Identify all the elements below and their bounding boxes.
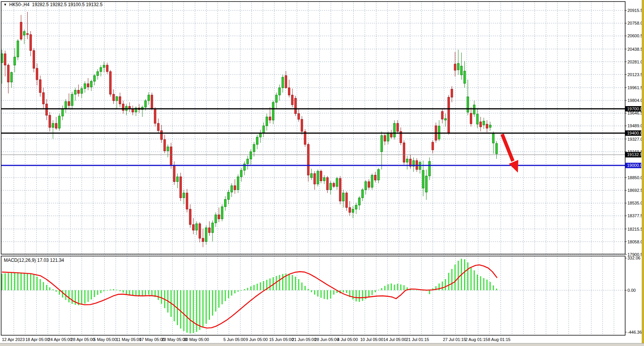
candle-body: [444, 118, 446, 120]
date-label: 27 Jul 01:15: [443, 337, 466, 342]
price-tick-label: 18850.0: [627, 175, 643, 180]
candle-body: [231, 186, 233, 192]
candle-body: [260, 133, 261, 137]
candle-body: [189, 209, 191, 225]
candle-body: [17, 41, 19, 57]
candle-body: [451, 89, 453, 97]
candle-body: [211, 223, 213, 233]
candle-body: [225, 200, 226, 207]
date-label: 5 Jun 05:00: [223, 337, 246, 342]
candle-body: [266, 117, 268, 126]
candle-body: [461, 66, 463, 75]
candle-body: [486, 124, 488, 128]
candle-body: [20, 22, 22, 39]
candle-body: [275, 95, 277, 102]
date-label: 30 May 05:00: [183, 337, 209, 342]
price-tick-label: 18535.0: [627, 201, 643, 205]
candle-body: [343, 193, 344, 201]
candle-body: [301, 119, 303, 131]
candle-body: [269, 117, 271, 120]
price-tag-value: 19400.0: [627, 131, 642, 135]
candle-body: [14, 57, 16, 65]
date-label: 11 May 05:00: [116, 337, 141, 342]
price-tick-label: 19489.0: [627, 123, 643, 128]
candle-body: [237, 177, 239, 190]
date-label: 12 Apr 2023: [2, 337, 25, 342]
candle-body: [218, 215, 220, 219]
candle-body: [368, 181, 370, 187]
candle-body: [422, 170, 424, 188]
candle-body: [358, 198, 360, 205]
price-tick-label: 18058.0: [627, 240, 643, 244]
date-label: 17 May 05:00: [139, 337, 165, 342]
candle-body: [470, 113, 472, 124]
candle-body: [336, 178, 338, 186]
candle-body: [256, 137, 258, 145]
candle-body: [361, 190, 363, 198]
candle-body: [454, 64, 456, 70]
candle-body: [253, 145, 255, 152]
candle-body: [116, 96, 118, 101]
chart-canvas[interactable]: 20915.520758.020600.520438.520281.020123…: [0, 0, 644, 346]
date-label: 5 May 05:00: [93, 337, 117, 342]
candle-body: [403, 143, 405, 162]
candle-body: [346, 193, 348, 208]
price-tick-label: 18692.5: [627, 188, 643, 193]
candle-body: [176, 177, 178, 182]
date-label: 21 Jul 01:15: [406, 337, 429, 342]
price-tick-label: 20438.5: [627, 47, 643, 52]
candle-body: [84, 84, 86, 89]
candle-body: [10, 72, 12, 82]
candle-body: [221, 207, 223, 219]
candle-body: [339, 178, 341, 201]
window-right-edge: [642, 0, 644, 346]
candle-body: [329, 183, 331, 190]
date-label: 21 Jun 05:00: [292, 337, 316, 342]
candle-body: [448, 97, 450, 133]
candle-body: [199, 224, 201, 238]
candle-body: [157, 123, 159, 131]
candle-body: [243, 164, 245, 170]
candle-body: [352, 209, 354, 212]
candle-body: [483, 121, 485, 125]
candle-body: [90, 81, 92, 87]
candle-body: [496, 143, 498, 154]
candle-body: [33, 50, 35, 68]
price-tick-label: 18377.5: [627, 213, 643, 218]
candle-body: [151, 95, 153, 109]
candle-body: [4, 54, 6, 65]
candle-body: [480, 122, 482, 127]
price-tick-label: 18215.5: [627, 227, 643, 231]
candle-body: [457, 63, 459, 70]
candle-body: [87, 84, 89, 87]
candle-body: [317, 171, 319, 184]
candle-body: [103, 65, 105, 67]
candle-body: [250, 152, 252, 159]
candle-body: [193, 225, 195, 230]
candle-body: [148, 95, 150, 101]
price-tick-label: 20281.0: [627, 60, 643, 64]
candle-body: [173, 165, 175, 181]
price-tick-label: 20915.5: [627, 8, 643, 13]
candle-body: [58, 116, 60, 128]
candle-body: [100, 68, 102, 72]
candle-body: [234, 186, 236, 190]
candle-body: [30, 35, 32, 50]
candle-body: [228, 192, 230, 200]
candle-body: [186, 193, 188, 209]
candle-body: [355, 205, 357, 210]
candle-body: [441, 111, 443, 119]
date-label: 18 Apr 05:00: [25, 337, 49, 342]
macd-tick-label: -446.36: [627, 330, 642, 334]
price-tick-label: 19961.5: [627, 85, 643, 90]
price-tick-label: 19646.5: [627, 111, 643, 115]
candle-body: [49, 115, 51, 128]
candle-body: [39, 80, 41, 93]
price-tag-19700.0: 19700.0: [625, 106, 642, 111]
candle-body: [432, 142, 434, 150]
candle-body: [467, 97, 469, 112]
candle-body: [397, 123, 399, 131]
candle-body: [247, 159, 249, 164]
candle-body: [208, 228, 210, 233]
candle-body: [387, 133, 389, 141]
